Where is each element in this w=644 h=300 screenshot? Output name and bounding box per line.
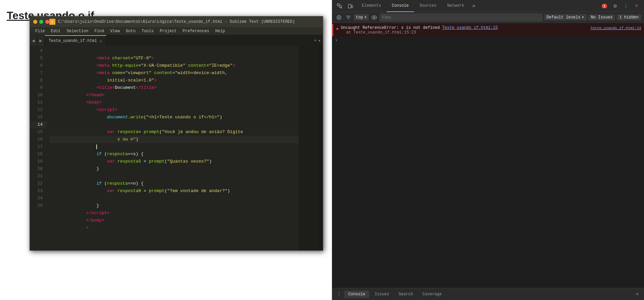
error-at-text: at Teste_usando_if.html:15:23: [341, 30, 588, 35]
tab-sources[interactable]: Sources: [414, 0, 442, 12]
menu-preferences[interactable]: Preferences: [180, 28, 212, 34]
svg-point-4: [339, 5, 342, 8]
menu-help[interactable]: Help: [213, 28, 228, 34]
line-num-13: 13: [30, 114, 47, 121]
tab-next-button[interactable]: ▶: [37, 35, 45, 46]
maximize-button[interactable]: □: [39, 20, 43, 24]
devtools-top-toolbar: Elements Console Sources Network » 1 ⚙ ⋮…: [332, 0, 644, 12]
line-num-24: 24: [30, 195, 47, 202]
line-num-12: 12: [30, 106, 47, 114]
menu-edit[interactable]: Edit: [48, 28, 63, 34]
line-num-17: 17: [30, 143, 47, 151]
customize-devtools-icon[interactable]: ⋮: [621, 1, 631, 11]
svg-point-11: [373, 16, 375, 18]
tab-network-label: Network: [447, 3, 464, 8]
error-file-link-right[interactable]: Teste_usando_if.html:15: [590, 26, 641, 30]
close-devtools-icon[interactable]: ×: [632, 1, 641, 11]
filter-icon[interactable]: [344, 13, 352, 21]
menu-file[interactable]: File: [33, 28, 48, 34]
line-num-6: 6: [30, 62, 47, 69]
line-num-7: 7: [30, 69, 47, 77]
console-error-row: ● Uncaught ReferenceError: s is not defi…: [332, 24, 644, 36]
close-drawer-icon[interactable]: ×: [633, 290, 641, 298]
filter-input[interactable]: [380, 13, 543, 21]
tab-add-icon[interactable]: +: [314, 38, 316, 43]
svg-rect-6: [351, 5, 353, 8]
line-num-22: 22: [30, 180, 47, 187]
sublime-titlebar: − □ × S C:\Users\julio\OneDrive\Document…: [30, 16, 323, 27]
code-line-22: }: [49, 195, 299, 202]
context-selector[interactable]: top ▾: [354, 14, 369, 20]
devtools-panel: Elements Console Sources Network » 1 ⚙ ⋮…: [332, 0, 644, 300]
more-tabs-chevron: »: [472, 3, 476, 9]
inspect-element-icon[interactable]: [335, 1, 344, 11]
line-num-10: 10: [30, 92, 47, 99]
line-num-25: 25: [30, 202, 47, 209]
sublime-title-text: C:\Users\julio\OneDrive\Documentos\Alura…: [58, 19, 319, 24]
tab-item[interactable]: Teste_usando_if.html ✕: [45, 35, 106, 46]
tab-network[interactable]: Network: [442, 0, 469, 12]
sublime-scrollbar[interactable]: [319, 46, 323, 250]
titlebar-controls: − □ ×: [33, 20, 49, 24]
menu-selection[interactable]: Selection: [64, 28, 91, 34]
sublime-icon: S: [49, 19, 55, 25]
close-button[interactable]: ×: [45, 20, 49, 24]
tab-console[interactable]: Console: [387, 0, 414, 12]
code-line-19: if (resposta==n) {: [49, 173, 299, 180]
bottombar-tab-issues[interactable]: Issues: [370, 291, 393, 298]
bottombar-dots-icon[interactable]: ⋮: [335, 290, 343, 298]
prompt-chevron-icon: ›: [335, 38, 338, 43]
tab-elements[interactable]: Elements: [356, 0, 387, 12]
bottombar-tab-console[interactable]: Console: [344, 291, 369, 298]
line-num-11: 11: [30, 99, 47, 106]
console-toolbar: top ▾ Default levels ▾ No Issues 1 hidde…: [332, 12, 644, 23]
no-issues-button[interactable]: No Issues: [588, 14, 615, 20]
code-area: 4 5 6 7 8 9 10 11 12 13 14 15 16 17 18 1…: [30, 46, 299, 250]
bottombar-issues-label: Issues: [375, 292, 389, 297]
minimize-button[interactable]: −: [33, 20, 37, 24]
error-main-text: Uncaught ReferenceError: s is not define…: [341, 25, 440, 30]
line-num-9: 9: [30, 84, 47, 92]
more-tabs-icon[interactable]: »: [469, 0, 478, 12]
line-num-14: 14: [30, 121, 47, 128]
svg-rect-2: [337, 4, 339, 6]
sublime-text-window: − □ × S C:\Users\julio\OneDrive\Document…: [30, 16, 323, 251]
tab-chevron-icon[interactable]: ▾: [318, 38, 321, 44]
hidden-count-badge[interactable]: 1 hidden: [616, 14, 641, 20]
svg-text:S: S: [51, 21, 53, 24]
menu-project[interactable]: Project: [157, 28, 179, 34]
bottombar-tab-coverage[interactable]: Coverage: [418, 291, 446, 298]
console-content: ● Uncaught ReferenceError: s is not defi…: [332, 23, 644, 288]
svg-rect-5: [348, 4, 351, 8]
code-lines: <meta charset="UTF-8"> <meta http-equiv=…: [47, 46, 299, 250]
line-num-4: 4: [30, 47, 47, 55]
settings-icon[interactable]: ⚙: [610, 1, 620, 11]
tab-actions: + ▾: [314, 35, 323, 46]
error-file-link[interactable]: Teste_usando_if.html:15: [442, 25, 498, 30]
line-numbers: 4 5 6 7 8 9 10 11 12 13 14 15 16 17 18 1…: [30, 46, 47, 250]
eye-icon[interactable]: [370, 13, 378, 21]
bottombar-tab-search[interactable]: Search: [395, 291, 417, 298]
tab-prev-button[interactable]: ◀: [30, 35, 37, 46]
menu-tools[interactable]: Tools: [139, 28, 156, 34]
default-levels-button[interactable]: Default levels ▾: [544, 14, 587, 20]
console-prompt-row: ›: [332, 36, 644, 44]
menu-find[interactable]: Find: [92, 28, 107, 34]
line-num-8: 8: [30, 77, 47, 84]
console-bottombar: ⋮ Console Issues Search Coverage ×: [332, 288, 644, 300]
code-line-4: <meta charset="UTF-8">: [49, 47, 299, 55]
error-count-badge[interactable]: 1: [600, 1, 609, 11]
clear-console-icon[interactable]: [335, 13, 343, 21]
device-toolbar-icon[interactable]: [346, 1, 355, 11]
line-num-16: 16: [30, 136, 47, 143]
line-num-23: 23: [30, 187, 47, 195]
sublime-minimap: [299, 46, 319, 250]
menu-goto[interactable]: Goto: [123, 28, 138, 34]
tab-close-icon[interactable]: ✕: [100, 39, 102, 43]
bottombar-console-label: Console: [348, 292, 365, 297]
tab-console-label: Console: [392, 3, 409, 8]
menu-view[interactable]: View: [107, 28, 122, 34]
bottombar-coverage-label: Coverage: [423, 292, 442, 297]
context-chevron: ▾: [364, 15, 367, 20]
no-issues-label: No Issues: [591, 15, 613, 20]
